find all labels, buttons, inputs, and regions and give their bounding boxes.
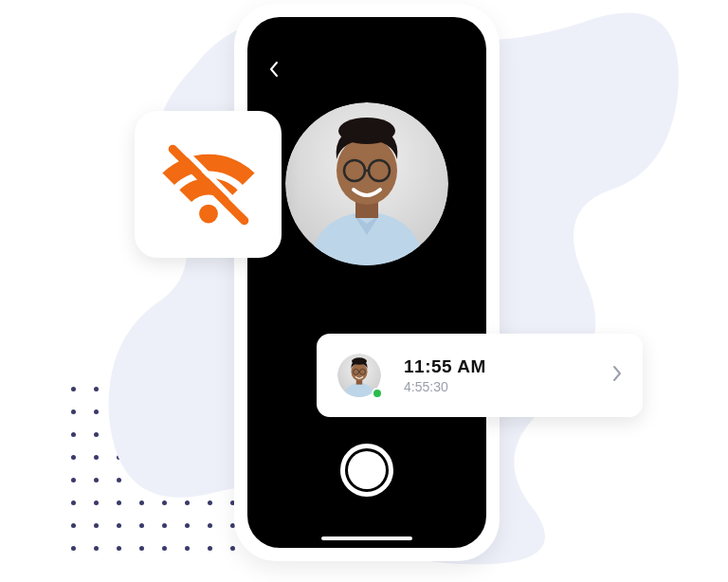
- time-entry-card[interactable]: 11:55 AM 4:55:30: [317, 334, 643, 417]
- phone-screen: [247, 17, 486, 548]
- back-chevron-icon: [268, 61, 280, 78]
- user-avatar-small: [337, 354, 381, 397]
- wifi-off-icon: [157, 142, 260, 227]
- user-avatar-large: [285, 102, 448, 265]
- back-button[interactable]: [268, 61, 280, 82]
- camera-shutter-button[interactable]: [340, 444, 393, 497]
- home-indicator: [321, 537, 412, 540]
- svg-point-3: [338, 118, 395, 144]
- svg-point-13: [352, 357, 367, 364]
- phone-frame: [234, 4, 500, 561]
- entry-time: 11:55 AM: [404, 356, 612, 377]
- chevron-right-icon: [612, 365, 622, 387]
- online-status-dot: [372, 388, 383, 399]
- svg-point-7: [199, 204, 218, 223]
- phone-notch: [305, 17, 428, 42]
- entry-duration: 4:55:30: [404, 379, 612, 394]
- entry-info: 11:55 AM 4:55:30: [404, 356, 612, 394]
- offline-indicator-card: [135, 111, 282, 258]
